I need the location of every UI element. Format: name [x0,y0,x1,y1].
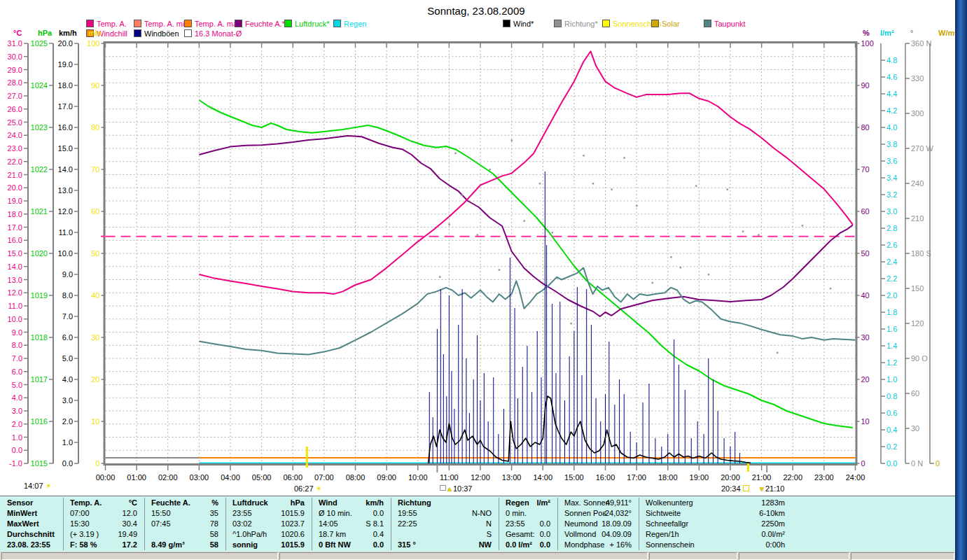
axis-tick-label-temp-c: 11.0 [8,302,22,310]
axis-tick-label-temp-c: 2.0 [12,420,22,428]
axis-tick-label-lm2: 1.6 [886,325,897,333]
x-axis-label: 06:00 [283,473,302,482]
axis-tick-label-kmh: 4.0 [62,375,73,384]
axis-tick-label-temp-c: 18.0 [8,210,22,218]
table-cell-label: Schneefallgr [646,519,688,529]
table-row: Regen/1h0.0l/m² [640,529,791,540]
axis-tick-label-min: 90 [91,81,99,90]
sunrise-tick [306,447,308,468]
axis-tick-label-lm2: 4.6 [886,73,897,81]
axis-tick-label-temp-c: 31.0 [8,39,22,48]
axis-tick-label-hpa: 1018 [31,333,48,342]
axis-tick-label-temp-c: 9.0 [12,328,22,337]
table-cell-label: Vollmond [564,529,596,540]
table-row: Wolkenunterg1283m [640,498,791,508]
axis-tick-label-temp-c: 27.0 [8,92,22,100]
wind-direction-dot [499,269,501,271]
desktop-background [955,0,967,560]
table-cell-value: 49,911° [606,498,632,508]
axis-tick-label-lm2: 0.6 [886,409,897,417]
table-cell-label: 0 Bft NW [319,540,351,550]
table-cell-value: NW [479,540,492,550]
table-cell-value: S 8.1 [366,519,384,529]
table-cell-value: 6-10km [759,508,785,519]
axis-tick-label-lm2: 3.8 [886,140,897,148]
axis-tick-label-temp-c: 29.0 [8,66,22,74]
x-axis-label: 03:00 [190,473,209,482]
axis-tick-label-temp-c: 8.0 [12,341,22,349]
axis-tick-label-lm2: 4.4 [886,90,897,98]
table-cell-label: Neumond [564,519,598,529]
x-axis-label: 04:00 [221,473,240,482]
axis-tick-label-pct: 70 [861,165,870,174]
table-cell-label: Sonnenschein [646,540,695,550]
table-cell-label: 23:55 [506,519,525,529]
axis-tick-label-lm2: 3.0 [886,207,897,216]
table-cell-label: Regen [506,498,529,508]
axis-tick-label-kmh: 11.0 [58,228,73,237]
wind-direction-dot [461,195,463,197]
axis-tick-label-pct: 40 [861,291,870,300]
axis-tick-label-temp-c: 12.0 [8,288,22,297]
wind-direction-dot [636,205,638,207]
table-cell-value: 2250m [761,519,785,529]
table-row: Sonnen Pos-24,032° [559,508,637,519]
table-cell-label: Richtung [398,498,431,508]
status-bar-segment [851,552,954,560]
axis-tick-label-kmh: 16.0 [58,123,73,132]
axis-tick-label-kmh: 7.0 [62,312,73,321]
table-row: Gesamt:0.0 [500,529,556,540]
table-column-separator [225,498,226,550]
axis-tick-label-lm2: 1.8 [886,308,897,316]
wind-direction-dot [448,223,450,225]
axis-tick-label-lm2: 1.0 [886,375,897,384]
axis-tick-label-kmh: 13.0 [58,186,73,195]
axis-tick-label-kmh: 17.0 [58,102,73,111]
axis-tick-label-min: 50 [91,249,99,258]
x-axis-label: 23:00 [814,473,834,482]
table-row: 07:0012.0 [64,508,143,519]
wind-direction-dot [777,352,779,354]
table-row: Temp. A.°C [64,498,143,508]
table-cell-value: 0.0 [540,529,550,540]
axis-tick-label-kmh: 2.0 [62,417,73,426]
table-row: Sichtweite6-10km [640,508,791,519]
table-cell-value: 1015.9 [281,508,305,519]
axis-tick-label-hpa: 1017 [31,375,48,384]
wind-direction-dot [742,230,744,232]
axis-tick-label-lm2: 4.8 [886,56,897,64]
weather-app-window: { "window": { "title": "Sonntag, 23.08.2… [0,0,967,560]
table-cell-value: 0.0 [540,519,550,529]
axis-tick-label-wm2: 0 [935,459,940,468]
x-axis-label: 13:00 [502,473,522,482]
axis-tick-label-min: 30 [91,333,99,342]
axis-tick-label-pct: 0 [861,459,865,468]
wind-direction-dot [439,276,441,278]
table-row: 58 [146,529,224,540]
axis-tick-label-temp-c: 1.0 [12,433,22,442]
axis-tick-label-kmh: 6.0 [62,333,73,342]
table-cell-value: km/h [366,498,384,508]
table-row: Schneefallgr2250m [640,519,791,529]
table-cell-label: (+ 3.19 ) [70,529,99,540]
x-axis-label: 17:00 [627,473,646,482]
axis-tick-label-kmh: 10.0 [58,249,73,258]
table-row: 03:021023.7 [227,519,310,529]
table-row: sonnig1015.9 [227,540,310,550]
sunset-tick [747,463,749,472]
axis-tick-label-temp-c: 10.0 [8,315,22,323]
table-cell-label: Durchschnitt [7,529,55,540]
table-row: F: 58 %17.2 [64,540,143,550]
table-row: Vollmond04.09.09 [559,529,637,540]
table-cell-label: ^1.0hPa/h [232,529,267,540]
status-bar-segment [279,552,648,560]
table-cell-value: 18.09.09 [601,519,632,529]
table-cell-value: % [211,498,218,508]
table-group-temp-a-: Temp. A.°C07:0012.015:3030.4(+ 3.19 )19.… [64,496,143,552]
axis-tick-label-hpa: 1020 [31,249,48,258]
table-cell-label: 8.49 g/m³ [151,540,185,550]
axis-tick-label-min: 10 [91,417,99,426]
table-row: 07:4578 [146,519,224,529]
axis-tick-label-lm2: 0.0 [886,459,897,468]
axis-tick-label-kmh: 12.0 [58,207,73,216]
